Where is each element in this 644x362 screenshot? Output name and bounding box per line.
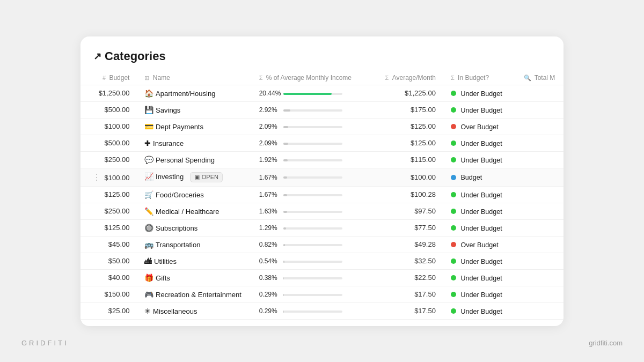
table-container: # Budget ⊞ Name Σ % of Average Monthly I… <box>80 71 564 320</box>
budget-cell: $40.00 <box>80 269 138 286</box>
pct-label: 0.54% <box>259 257 282 265</box>
status-dot <box>451 209 456 214</box>
open-badge[interactable]: ▣ OPEN <box>190 172 223 182</box>
pct-label: 1.67% <box>259 174 282 181</box>
table-row: $25.00 ✳ Miscellaneous 0.29% $17.50 Unde… <box>80 302 564 319</box>
table-row: $125.00 🔘 Subscriptions 1.29% $77.50 Und… <box>80 219 564 236</box>
table-row: $125.00 🛒 Food/Groceries 1.67% $100.28 U… <box>80 186 564 203</box>
status-dot <box>451 141 456 146</box>
category-name: Apartment/Housing <box>156 90 215 98</box>
bar-track <box>283 93 342 95</box>
table-row: $100.00 💳 Dept Payments 2.09% $125.00 Ov… <box>80 118 564 135</box>
avg-cell: $22.50 <box>376 269 444 286</box>
page-title: ↗ Categories <box>80 49 564 71</box>
bar-fill <box>283 277 284 279</box>
budget-cell: $25.00 <box>80 302 138 319</box>
bar-fill <box>283 211 287 213</box>
category-name: Savings <box>156 106 180 114</box>
total-cell <box>517 168 564 186</box>
open-icon: ▣ <box>194 174 200 181</box>
bar-track <box>283 109 342 112</box>
category-icon: 🏠 <box>144 89 153 98</box>
category-icon: 📈 <box>144 172 153 181</box>
table-row: $250.00 ✏️ Medical / Healthcare 1.63% $9… <box>80 203 564 219</box>
status-dot <box>451 225 456 231</box>
pct-label: 2.92% <box>259 106 282 114</box>
bar-track <box>283 143 342 145</box>
col-name[interactable]: ⊞ Name <box>138 71 252 85</box>
status-cell: Over Budget <box>444 118 517 135</box>
total-cell <box>517 302 564 319</box>
avg-cell: $77.50 <box>376 219 444 236</box>
avg-cell: $125.00 <box>376 118 444 135</box>
bar-track <box>283 211 342 213</box>
bar-track <box>283 244 342 246</box>
total-cell <box>517 186 564 203</box>
budget-cell: $500.00 <box>80 101 138 118</box>
status-text: Under Budget <box>461 257 502 265</box>
avg-cell: $125.00 <box>376 135 444 151</box>
status-cell: Under Budget <box>444 186 517 203</box>
status-text: Budget <box>461 174 482 181</box>
category-icon: 🚌 <box>144 240 153 249</box>
total-cell <box>517 219 564 236</box>
bar-track <box>283 227 342 230</box>
budget-cell: $100.00 <box>80 118 138 135</box>
pct-label: 2.09% <box>259 139 282 147</box>
status-text: Under Budget <box>461 156 502 164</box>
category-icon: 🏙 <box>144 257 152 265</box>
pct-label: 20.44% <box>259 90 282 97</box>
name-cell: 💾 Savings <box>138 101 252 118</box>
total-cell <box>517 85 564 101</box>
category-icon: 💾 <box>144 106 153 114</box>
col-avg[interactable]: Σ Average/Month <box>376 71 444 85</box>
table-row: $500.00 ✚ Insurance 2.09% $125.00 Under … <box>80 135 564 151</box>
col-inbudget[interactable]: Σ In Budget? <box>444 71 517 85</box>
budget-cell: $250.00 <box>80 203 138 219</box>
category-icon: 💳 <box>144 122 153 131</box>
bar-fill <box>283 311 284 313</box>
status-text: Over Budget <box>461 123 499 130</box>
status-cell: Under Budget <box>444 203 517 219</box>
pct-cell: 1.67% <box>253 186 376 203</box>
budget-cell: $1,250.00 <box>80 85 138 101</box>
status-text: Under Budget <box>461 274 502 282</box>
name-cell: 🏙 Utilities <box>138 253 252 269</box>
bar-fill <box>283 126 288 128</box>
pct-label: 1.92% <box>259 156 282 164</box>
status-dot <box>451 175 456 180</box>
name-cell: ✳ Miscellaneous <box>138 302 252 319</box>
category-name: Subscriptions <box>156 224 197 232</box>
budget-cell: $500.00 <box>80 135 138 151</box>
name-cell: 💳 Dept Payments <box>138 118 252 135</box>
status-dot <box>451 107 456 113</box>
col-total[interactable]: 🔍 Total M <box>517 71 564 85</box>
table-row: $45.00 🚌 Transportation 0.82% $49.28 Ove… <box>80 236 564 253</box>
name-cell: 🎮 Recreation & Entertainment <box>138 286 252 302</box>
pct-label: 1.63% <box>259 208 282 215</box>
pct-cell: 1.29% <box>253 219 376 236</box>
pct-cell: 0.54% <box>253 253 376 269</box>
col-budget[interactable]: # Budget <box>80 71 138 85</box>
total-cell <box>517 286 564 302</box>
status-dot <box>451 91 456 96</box>
pct-cell: 1.92% <box>253 151 376 168</box>
name-cell: 📈 Investing ▣ OPEN <box>138 168 252 186</box>
category-name: Recreation & Entertainment <box>156 291 241 299</box>
status-dot <box>451 192 456 197</box>
name-cell: 🎁 Gifts <box>138 269 252 286</box>
category-icon: 🎮 <box>144 290 153 299</box>
dots-menu[interactable]: ⋮ <box>89 173 104 182</box>
avg-cell: $1,225.00 <box>376 85 444 101</box>
col-pct[interactable]: Σ % of Average Monthly Income <box>253 71 376 85</box>
status-cell: Under Budget <box>444 253 517 269</box>
category-name: Transportation <box>156 241 200 249</box>
bar-fill <box>283 261 284 263</box>
status-text: Under Budget <box>461 90 502 97</box>
status-text: Under Budget <box>461 191 502 198</box>
name-cell: 💬 Personal Spending <box>138 151 252 168</box>
status-dot <box>451 157 456 162</box>
pct-label: 2.09% <box>259 123 282 130</box>
category-icon: ✏️ <box>144 207 153 216</box>
bar-track <box>283 159 342 161</box>
